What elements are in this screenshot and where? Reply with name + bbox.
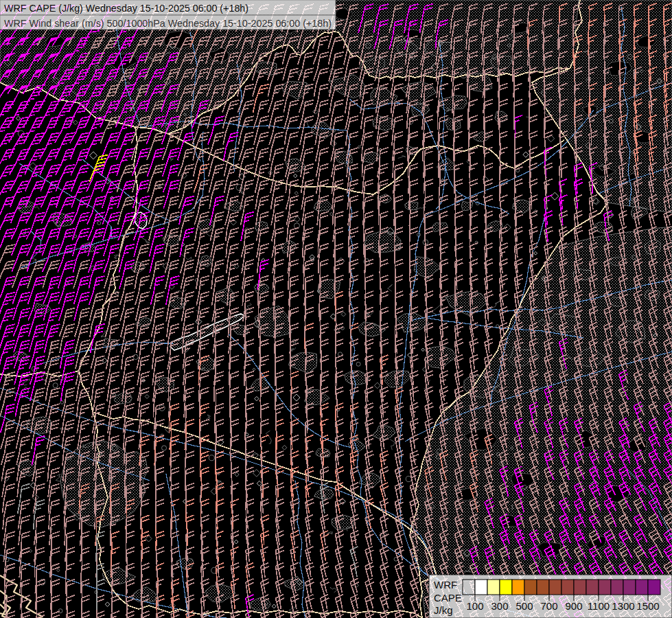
map-title-shear: WRF Wind shear (m/s) 500/1000hPa Wednesd… [4,17,332,29]
legend-label-wrf: WRF [434,579,457,591]
legend-tick-700: 700 [540,600,557,612]
weather-map-screenshot: WRF CAPE (J/kg) Wednesday 15-10-2025 06:… [0,0,672,618]
legend-color-cells [463,580,660,595]
legend-cell [623,580,636,595]
legend-cell [586,580,599,595]
title-bars: WRF CAPE (J/kg) Wednesday 15-10-2025 06:… [0,0,336,30]
legend-cell [574,580,586,595]
legend-tick-1300: 1300 [612,600,634,612]
legend-tick-500: 500 [515,600,533,612]
legend-cell [561,580,574,595]
legend-tick-100: 100 [466,600,483,612]
legend-cell [500,580,512,595]
legend-tick-1500: 1500 [636,600,659,612]
legend-cell [487,580,500,595]
legend-tick-900: 900 [565,600,582,612]
legend-cell [611,580,623,595]
legend-tick-1100: 1100 [588,600,610,612]
legend-cell [537,580,549,595]
legend-cell [636,580,648,595]
legend-tick-300: 300 [491,600,508,612]
legend-label-cape: CAPE [434,592,462,604]
cape-dither-patch [405,202,418,210]
weather-map-image: WRF CAPE (J/kg) Wednesday 15-10-2025 06:… [0,0,672,618]
legend-label-jkg: J/kg [434,604,453,616]
legend-cell [524,580,537,595]
map-title-cape: WRF CAPE (J/kg) Wednesday 15-10-2025 06:… [4,2,248,14]
legend-cell [475,580,487,595]
legend-cell [549,580,561,595]
legend-cell [512,580,524,595]
legend-cell [648,580,660,595]
cape-legend: WRF CAPE J/kg 10030050070090011001300150… [429,575,672,618]
legend-cell [599,580,611,595]
